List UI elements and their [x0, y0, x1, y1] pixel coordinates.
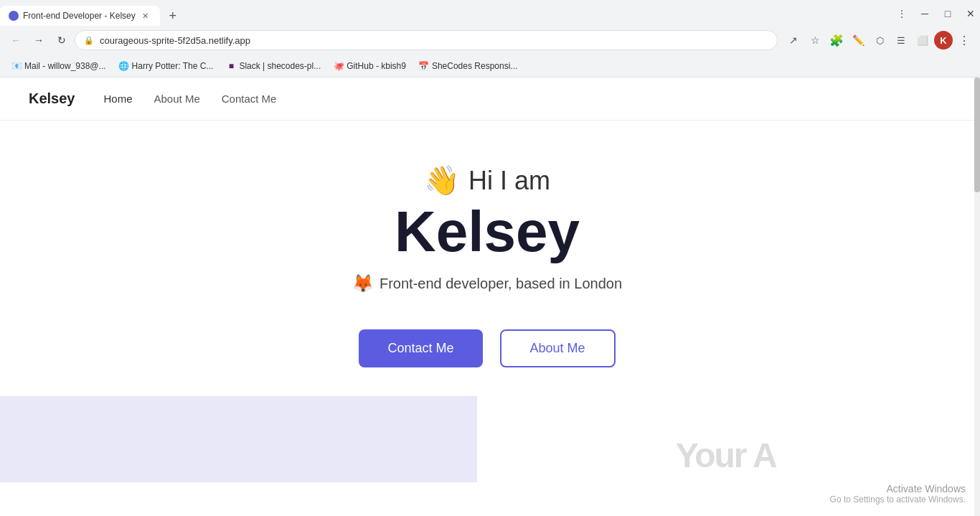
forward-button[interactable]: → [29, 30, 49, 50]
minimize-button[interactable]: ─ [915, 4, 934, 23]
new-tab-button[interactable]: + [163, 6, 183, 26]
bookmark-github-label: GitHub - kbish9 [347, 61, 406, 71]
navbar-about-link[interactable]: About Me [154, 93, 200, 105]
tab-close-button[interactable]: ✕ [140, 10, 151, 22]
bookmark-mail-label: Mail - willow_938@... [24, 61, 106, 71]
hero-greeting: 👋 Hi I am [424, 164, 550, 197]
hero-section: 👋 Hi I am Kelsey 🦊 Front-end developer, … [0, 121, 974, 396]
profile-button[interactable]: K [934, 31, 953, 50]
bottom-left-panel [0, 396, 477, 482]
navbar-brand: Kelsey [29, 90, 75, 107]
bookmark-button[interactable]: ☆ [805, 30, 825, 50]
tab-list-button[interactable]: ⋮ [892, 4, 911, 23]
bookmark-shecodes[interactable]: 📅 SheCodes Responsi... [413, 59, 523, 73]
extensions-button[interactable]: 🧩 [826, 30, 847, 50]
lock-icon: 🔒 [84, 36, 94, 45]
bookmark-shecodes-label: SheCodes Responsi... [432, 61, 517, 71]
bookmark-github[interactable]: 🐙 GitHub - kbish9 [328, 59, 412, 73]
wave-emoji: 👋 [424, 164, 460, 197]
navbar-home-link[interactable]: Home [104, 93, 133, 105]
navbar-contact-link[interactable]: Contact Me [222, 93, 277, 105]
tab-title: Front-end Developer - Kelsey [23, 11, 136, 21]
shecodes-bookmark-icon: 📅 [419, 61, 429, 71]
split-button[interactable]: ⬜ [913, 30, 933, 50]
close-button[interactable]: ✕ [961, 4, 980, 23]
bookmark-slack[interactable]: ■ Slack | shecodes-pl... [220, 59, 326, 73]
puzzle-icon[interactable]: ⬡ [870, 30, 890, 50]
bookmark-slack-label: Slack | shecodes-pl... [239, 61, 321, 71]
pen-icon[interactable]: ✏️ [848, 30, 868, 50]
mail-bookmark-icon: 📧 [11, 61, 22, 71]
hero-name: Kelsey [395, 203, 580, 261]
page-content: Kelsey Home About Me Contact Me 👋 Hi I a… [0, 78, 974, 516]
contact-me-button[interactable]: Contact Me [359, 329, 482, 367]
reading-list-button[interactable]: ☰ [891, 30, 911, 50]
tab-favicon [9, 11, 19, 21]
back-button[interactable]: ← [6, 30, 26, 50]
about-me-button[interactable]: About Me [500, 329, 616, 367]
share-button[interactable]: ↗ [783, 30, 804, 50]
tab-bar: Front-end Developer - Kelsey ✕ + ⋮ ─ □ ✕ [0, 0, 980, 26]
window-controls: ⋮ ─ □ ✕ [892, 4, 980, 26]
bottom-section: Your A [0, 396, 974, 482]
maximize-button[interactable]: □ [938, 4, 957, 23]
address-bar[interactable]: 🔒 courageous-sprite-5f2d5a.netlify.app [75, 30, 778, 50]
bottom-right-panel: Your A [477, 396, 974, 482]
bottom-preview-text: Your A [676, 436, 776, 475]
navbar: Kelsey Home About Me Contact Me [0, 78, 974, 121]
bookmark-harry-potter[interactable]: 🌐 Harry Potter: The C... [113, 59, 220, 73]
github-bookmark-icon: 🐙 [334, 61, 344, 71]
squirrel-emoji: 🦊 [352, 273, 374, 294]
hero-subtitle-text: Front-end developer, based in London [380, 276, 622, 292]
hp-bookmark-icon: 🌐 [119, 61, 129, 71]
browser-chrome: Front-end Developer - Kelsey ✕ + ⋮ ─ □ ✕… [0, 0, 980, 78]
bookmark-mail[interactable]: 📧 Mail - willow_938@... [6, 59, 112, 73]
slack-bookmark-icon: ■ [226, 61, 236, 71]
address-bar-row: ← → ↻ 🔒 courageous-sprite-5f2d5a.netlify… [0, 26, 980, 55]
hero-buttons: Contact Me About Me [359, 329, 615, 367]
hero-subtitle: 🦊 Front-end developer, based in London [352, 273, 622, 294]
menu-button[interactable]: ⋮ [954, 30, 974, 50]
scrollbar[interactable] [974, 78, 980, 516]
browser-viewport: Kelsey Home About Me Contact Me 👋 Hi I a… [0, 78, 980, 516]
bookmarks-bar: 📧 Mail - willow_938@... 🌐 Harry Potter: … [0, 55, 980, 78]
bookmark-hp-label: Harry Potter: The C... [132, 61, 214, 71]
toolbar-icons: ↗ ☆ 🧩 ✏️ ⬡ ☰ ⬜ K ⋮ [783, 30, 974, 50]
hero-greeting-text: Hi I am [468, 166, 550, 196]
url-text: courageous-sprite-5f2d5a.netlify.app [100, 35, 768, 46]
reload-button[interactable]: ↻ [52, 30, 72, 50]
active-tab[interactable]: Front-end Developer - Kelsey ✕ [0, 6, 160, 26]
scrollbar-thumb[interactable] [974, 78, 980, 192]
